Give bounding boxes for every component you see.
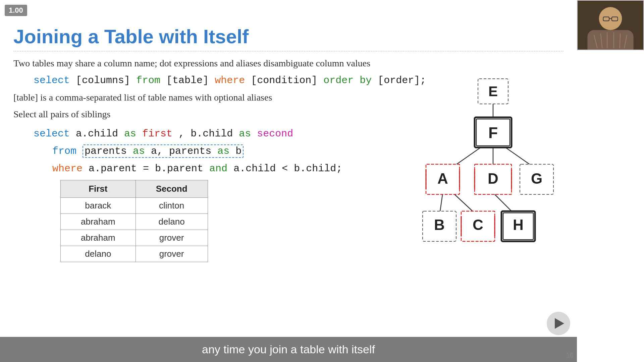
kw-where: where — [215, 75, 245, 86]
svg-text:A: A — [437, 170, 448, 187]
caption-bar: any time you join a table with itself — [0, 337, 577, 362]
caption-text: any time you join a table with itself — [202, 343, 375, 356]
page-number: 16 — [566, 352, 574, 359]
table-row: delano grover — [61, 246, 208, 262]
table-row: abraham delano — [61, 214, 208, 230]
code-condition: [condition] — [251, 75, 323, 86]
kw-order: order by — [323, 75, 372, 86]
code-table: [table] — [166, 75, 215, 86]
svg-text:C: C — [473, 217, 483, 233]
kw-select: select — [34, 75, 70, 86]
tree-diagram: E F A D G B C H — [416, 67, 570, 255]
svg-text:D: D — [488, 170, 498, 187]
svg-text:G: G — [531, 170, 542, 187]
kw-from: from — [136, 75, 160, 86]
svg-text:F: F — [488, 124, 498, 141]
svg-text:E: E — [488, 83, 498, 99]
from-highlight: parents as a, parents as b — [83, 144, 244, 158]
svg-text:B: B — [434, 217, 445, 233]
col-second: Second — [136, 180, 208, 198]
play-button[interactable] — [547, 312, 570, 335]
col-first: First — [61, 180, 136, 198]
tree-svg: E F A D G B C H — [416, 67, 570, 255]
table-row: abraham grover — [61, 230, 208, 246]
divider — [13, 51, 564, 51]
video-thumbnail — [577, 0, 644, 50]
slide-title: Joining a Table with Itself — [13, 25, 564, 48]
table-row: barack clinton — [61, 198, 208, 214]
code-columns: [columns] — [76, 75, 136, 86]
svg-rect-2 — [587, 30, 633, 50]
results-table: First Second barack clinton abraham dela… — [60, 180, 208, 262]
svg-text:H: H — [513, 217, 524, 233]
